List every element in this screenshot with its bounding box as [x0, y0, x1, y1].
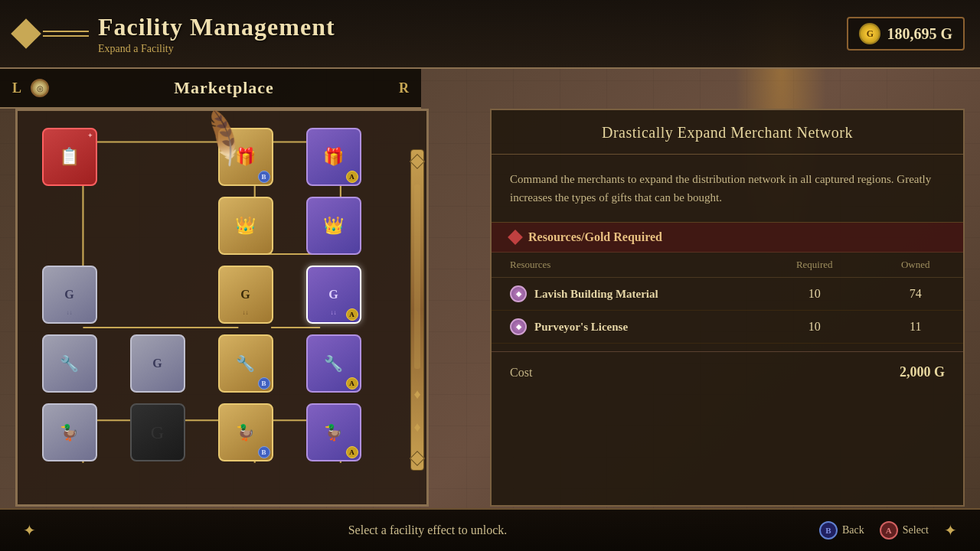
skill-card-silver-2[interactable]: G ↓↓	[42, 266, 97, 324]
resource-owned-1: 11	[867, 311, 963, 344]
header-bar: Facility Management Expand a Facility G …	[0, 0, 980, 69]
skill-card-gold-3[interactable]: 🔧 B	[218, 334, 273, 393]
resources-table: Resources Required Owned ◆ Lavish Buildi…	[492, 253, 963, 344]
skill-card-gold-0[interactable]: 🎁 B	[218, 128, 273, 186]
facility-tab-label: Marketplace	[58, 78, 390, 98]
skill-card-gold-1[interactable]: 👑	[218, 197, 273, 255]
skill-card-silver-3b[interactable]: G	[130, 334, 185, 393]
skill-grid-wrapper: 📋 ✦ 🎁 B 🎁 A	[18, 111, 426, 478]
bottom-bar: ✦ Select a facility effect to unlock. B …	[0, 508, 980, 551]
skill-cell-1-1	[113, 191, 201, 260]
skill-cell-1-0	[113, 122, 201, 191]
resource-row-1: ◆ Purveyor's License 10 11	[492, 311, 963, 344]
gold-coin-icon: G	[859, 23, 880, 44]
skill-cell-2-1[interactable]: 👑	[201, 191, 289, 260]
skill-card-purple-0[interactable]: 🎁 A	[306, 128, 361, 186]
detail-panel-title: Drastically Expand Merchant Network	[492, 110, 963, 155]
back-label: Back	[842, 524, 864, 536]
col-header-required: Required	[761, 253, 867, 278]
skill-tree-panel: 🪶 ♦ ♦	[15, 109, 429, 507]
skill-card-red-0[interactable]: 📋 ✦	[42, 128, 97, 186]
a-button[interactable]: A	[880, 521, 898, 540]
bottom-star-icon-left: ✦	[23, 521, 36, 540]
select-action[interactable]: A Select	[880, 521, 929, 540]
cost-value: 2,000 G	[900, 364, 945, 380]
cost-row: Cost 2,000 G	[492, 351, 963, 393]
bottom-actions: B Back A Select ✦	[819, 521, 957, 540]
skill-cell-3-2[interactable]: G ↓↓ A	[289, 260, 377, 329]
skill-card-silver-3a[interactable]: 🔧	[42, 334, 97, 393]
skill-card-purple-2-selected[interactable]: G ↓↓ A	[306, 266, 361, 324]
resources-header-label: Resources/Gold Required	[528, 230, 662, 244]
resources-section: Resources/Gold Required Resources Requir…	[492, 223, 963, 393]
skill-card-purple-3[interactable]: 🔧 A	[306, 334, 361, 393]
skill-card-silver-4[interactable]: 🦆	[42, 403, 97, 461]
resource-name-1: ◆ Purveyor's License	[510, 318, 743, 335]
skill-cell-2-4[interactable]: 🦆 B	[201, 398, 289, 467]
gold-amount: 180,695 G	[887, 25, 952, 43]
skill-card-dark-4a[interactable]: G	[130, 403, 185, 461]
skill-grid: 📋 ✦ 🎁 B 🎁 A	[25, 122, 419, 467]
resources-header: Resources/Gold Required	[492, 223, 963, 253]
detail-panel: Drastically Expand Merchant Network Comm…	[490, 109, 965, 507]
bottom-hint-text: Select a facility effect to unlock.	[36, 523, 819, 537]
skill-card-gold-4[interactable]: 🦆 B	[218, 403, 273, 461]
skill-cell-0-1	[25, 191, 113, 260]
skill-cell-1-2	[113, 260, 201, 329]
skill-cell-2-3[interactable]: 🔧 B	[201, 329, 289, 398]
skill-card-purple-1[interactable]: 👑	[306, 197, 361, 255]
detail-panel-description: Command the merchants to expand the dist…	[492, 155, 963, 223]
resource-icon-0: ◆	[510, 285, 527, 302]
skill-cell-0-3[interactable]: 🔧	[25, 329, 113, 398]
skill-cell-3-1[interactable]: 👑	[289, 191, 377, 260]
resource-required-1: 10	[761, 311, 867, 344]
gold-display: G 180,695 G	[847, 17, 965, 51]
facility-tab-bar: L ◎ Marketplace R	[0, 69, 421, 109]
skill-cell-0-4[interactable]: 🦆	[25, 398, 113, 467]
header-title-area: Facility Management Expand a Facility	[98, 13, 847, 55]
skill-cell-3-0[interactable]: 🎁 A	[289, 122, 377, 191]
tab-right-arrow[interactable]: R	[399, 80, 409, 96]
back-action[interactable]: B Back	[819, 521, 864, 540]
col-header-resources: Resources	[492, 253, 761, 278]
skill-cell-1-4[interactable]: G	[113, 398, 201, 467]
skill-cell-3-4[interactable]: 🦆 A	[289, 398, 377, 467]
skill-card-gold-2[interactable]: G ↓↓	[218, 266, 273, 324]
skill-cell-2-2[interactable]: G ↓↓	[201, 260, 289, 329]
bottom-star-icon-right: ✦	[944, 521, 957, 540]
skill-cell-0-2[interactable]: G ↓↓	[25, 260, 113, 329]
b-button[interactable]: B	[819, 521, 838, 540]
skill-cell-3-3[interactable]: 🔧 A	[289, 329, 377, 398]
resource-icon-1: ◆	[510, 318, 527, 335]
tab-left-arrow[interactable]: L	[12, 80, 21, 96]
header-diamond-icon	[11, 18, 41, 49]
facility-tab-icon: ◎	[31, 79, 49, 97]
resource-row-0: ◆ Lavish Building Material 10 74	[492, 278, 963, 311]
resources-diamond-icon	[508, 230, 523, 245]
resource-name-0: ◆ Lavish Building Material	[510, 285, 743, 302]
header-decoration	[43, 29, 89, 38]
select-label: Select	[903, 524, 929, 536]
skill-cell-0-0[interactable]: 📋 ✦	[25, 122, 113, 191]
cost-label: Cost	[510, 366, 532, 380]
resource-owned-0: 74	[867, 278, 963, 311]
bottom-star-left: ✦	[23, 521, 36, 540]
col-header-owned: Owned	[867, 253, 963, 278]
skill-cell-2-0[interactable]: 🎁 B	[201, 122, 289, 191]
skill-cell-1-3[interactable]: G	[113, 329, 201, 398]
resource-required-0: 10	[761, 278, 867, 311]
page-title: Facility Management	[98, 13, 847, 41]
skill-card-purple-4[interactable]: 🦆 A	[306, 403, 361, 461]
page-subtitle: Expand a Facility	[98, 43, 847, 55]
